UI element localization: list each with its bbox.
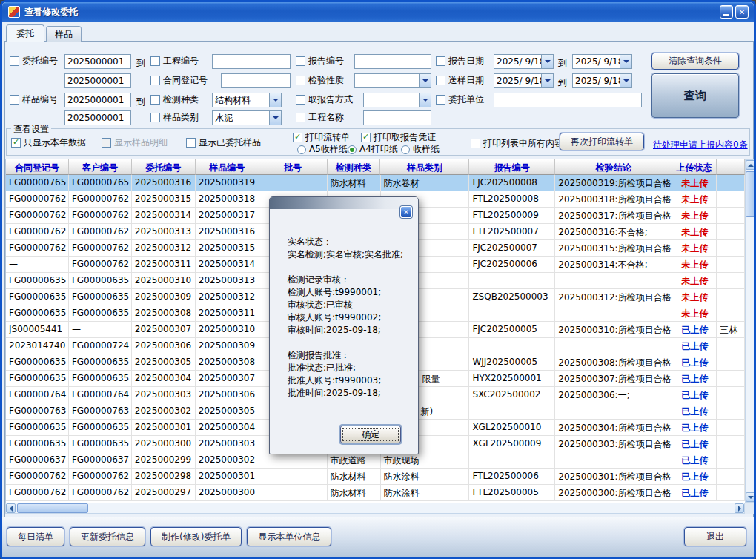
nature-checkbox[interactable]: 检验性质 <box>296 75 344 85</box>
column-header[interactable]: 样品编号 <box>196 159 259 175</box>
send-date-checkbox[interactable]: 送样日期 <box>436 75 484 85</box>
scroll-down-button[interactable] <box>746 492 755 502</box>
only-year-checkbox[interactable]: 只显示本年数据 <box>11 137 86 148</box>
ok-button[interactable]: 确定 <box>340 426 401 443</box>
send-date-to-picker[interactable]: 2025/ 9/18 <box>572 73 632 88</box>
exit-button[interactable]: 退出 <box>684 527 746 546</box>
entrust-no-from-input[interactable] <box>64 54 131 69</box>
nature-select[interactable] <box>354 73 431 88</box>
table-cell: 2025000306 <box>196 387 259 403</box>
minimize-button[interactable] <box>720 5 733 19</box>
arrow-left-icon <box>7 506 13 512</box>
table-row[interactable]: FG00000765FG0000076520250003162025000319… <box>6 175 745 191</box>
entrust-no-checkbox[interactable]: 委托编号 <box>10 56 58 66</box>
checkbox-label: 显示已委托样品 <box>199 136 261 149</box>
table-cell <box>555 403 672 420</box>
table-cell: 已上传 <box>672 322 717 338</box>
clear-query-button[interactable]: 清除查询条件 <box>651 53 739 70</box>
sample-cat-checkbox[interactable]: 样品类别 <box>150 112 199 122</box>
table-cell: FG00000765 <box>69 175 132 191</box>
sample-cat-select[interactable]: 水泥 <box>212 110 282 125</box>
table-cell: FTL202500005 <box>469 485 555 501</box>
search-button[interactable]: 查询 <box>651 73 739 118</box>
table-cell: 2025000306 <box>132 338 196 354</box>
table-row[interactable]: FG00000762FG0000076220250002982025000301… <box>6 469 745 485</box>
scroll-up-button[interactable] <box>746 160 755 170</box>
tab-entrust[interactable]: 委托 <box>6 24 44 42</box>
report-no-checkbox[interactable]: 报告编号 <box>296 56 344 66</box>
test-type-checkbox[interactable]: 检测种类 <box>150 94 199 105</box>
scroll-right-button[interactable] <box>735 503 744 513</box>
report-date-to-picker[interactable]: 2025/ 9/18 <box>572 54 632 69</box>
project-name-checkbox[interactable]: 工程名称 <box>296 112 344 122</box>
column-header[interactable]: 合同登记号 <box>6 159 69 175</box>
horizontal-scroll-thumb[interactable] <box>17 503 88 513</box>
project-name-input[interactable] <box>363 110 431 125</box>
sample-no-to-input[interactable] <box>64 110 131 125</box>
reprint-flow-button[interactable]: 再次打印流转单 <box>560 133 644 150</box>
column-header[interactable]: 样品类别 <box>380 159 469 175</box>
table-cell <box>717 289 745 305</box>
unit-input[interactable] <box>494 93 642 108</box>
horizontal-scrollbar[interactable] <box>5 503 745 514</box>
footer-button[interactable]: 显示本单位信息 <box>247 527 331 546</box>
checkbox-label: 送样日期 <box>448 74 484 87</box>
test-type-select[interactable]: 结构材料 <box>212 93 282 108</box>
print-all-checkbox[interactable]: 打印列表中所有内容 <box>471 138 563 148</box>
column-header[interactable]: 批号 <box>259 159 328 175</box>
report-no-input[interactable] <box>354 54 431 69</box>
table-cell: FG00000635 <box>6 289 69 305</box>
table-cell: 2025000310:所检项目合格; <box>555 322 672 338</box>
column-header[interactable] <box>717 159 745 175</box>
vertical-scroll-thumb[interactable] <box>746 171 755 217</box>
contract-no-input[interactable] <box>221 73 291 88</box>
sample-no-checkbox[interactable]: 样品编号 <box>10 94 58 105</box>
print-voucher-checkbox[interactable]: 打印取报告凭证 <box>361 132 436 142</box>
tab-label: 样品 <box>55 28 73 41</box>
column-header[interactable]: 检验结论 <box>555 159 672 175</box>
tab-sample[interactable]: 样品 <box>46 26 82 42</box>
entrusted-checkbox[interactable]: 显示已委托样品 <box>186 137 261 148</box>
table-cell: 2025000312 <box>132 240 196 257</box>
column-header[interactable]: 上传状态 <box>672 159 717 175</box>
get-report-select[interactable] <box>363 93 431 108</box>
close-button[interactable]: ✕ <box>735 5 749 19</box>
table-cell: 未上传 <box>672 224 717 240</box>
table-cell: 2025000303:所检项目合格; <box>555 436 672 452</box>
unit-checkbox[interactable]: 委托单位 <box>436 94 484 105</box>
table-cell: FG00000724 <box>69 338 132 354</box>
pending-report-link[interactable]: 待处理申请上报内容0条 <box>653 139 748 151</box>
column-header[interactable]: 检测种类 <box>328 159 381 175</box>
entrust-no-to-input[interactable] <box>64 73 131 88</box>
report-date-checkbox[interactable]: 报告日期 <box>436 56 484 66</box>
table-cell: 2025000319:所检项目合格; <box>555 175 672 191</box>
table-cell: 2025000312:所检项目合格; <box>555 289 672 305</box>
sample-no-from-input[interactable] <box>64 93 131 108</box>
project-no-input[interactable] <box>212 54 291 69</box>
print-flow-checkbox[interactable]: 打印流转单 <box>293 132 350 142</box>
get-report-checkbox[interactable]: 取报告方式 <box>296 94 353 105</box>
column-header[interactable]: 委托编号 <box>132 159 196 175</box>
dialog-close-button[interactable]: ✕ <box>400 206 412 218</box>
project-no-checkbox[interactable]: 工程编号 <box>150 56 199 66</box>
a5-paper-radio[interactable]: A5收样纸 <box>297 145 348 154</box>
send-date-from-picker[interactable]: 2025/ 9/18 <box>494 73 554 88</box>
column-header[interactable]: 客户编号 <box>69 159 132 175</box>
column-header[interactable]: 报告编号 <box>469 159 555 175</box>
checkbox-label: 报告编号 <box>308 55 344 67</box>
report-date-from-picker[interactable]: 2025/ 9/18 <box>494 54 554 69</box>
a4-paper-radio[interactable]: A4打印纸 <box>348 145 398 154</box>
receipt-paper-radio[interactable]: 收样纸 <box>401 145 440 154</box>
table-cell: — <box>69 322 132 338</box>
scroll-left-button[interactable] <box>6 503 16 513</box>
table-cell: FG00000635 <box>6 305 69 322</box>
table-row[interactable]: FG00000762FG0000076220250002972025000300… <box>6 485 745 501</box>
table-row[interactable]: FG00000637FG0000063720250002992025000302… <box>6 452 745 469</box>
table-cell <box>717 436 745 452</box>
footer-button[interactable]: 每日清单 <box>7 527 64 546</box>
contract-no-checkbox[interactable]: 合同登记号 <box>150 75 208 85</box>
footer-button[interactable]: 制作(修改)委托单 <box>150 527 242 546</box>
footer-button[interactable]: 更新委托信息 <box>70 527 145 546</box>
vertical-scrollbar[interactable] <box>745 159 756 503</box>
table-cell: 2025000319 <box>196 175 259 191</box>
